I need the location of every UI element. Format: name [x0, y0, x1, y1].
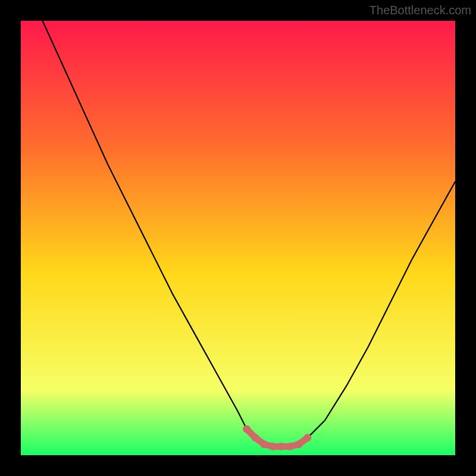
marker-dot	[243, 425, 250, 433]
marker-dot	[278, 443, 286, 450]
marker-dot	[303, 434, 311, 441]
plot-area	[21, 21, 455, 455]
marker-dot	[269, 443, 277, 450]
chart-svg	[21, 21, 455, 455]
gradient-background	[21, 21, 455, 455]
attribution-label: TheBottleneck.com	[369, 4, 471, 17]
marker-dot	[252, 434, 259, 441]
marker-dot	[286, 443, 294, 450]
chart-frame: TheBottleneck.com	[0, 0, 476, 476]
marker-dot	[260, 440, 268, 448]
marker-dot	[295, 440, 303, 448]
